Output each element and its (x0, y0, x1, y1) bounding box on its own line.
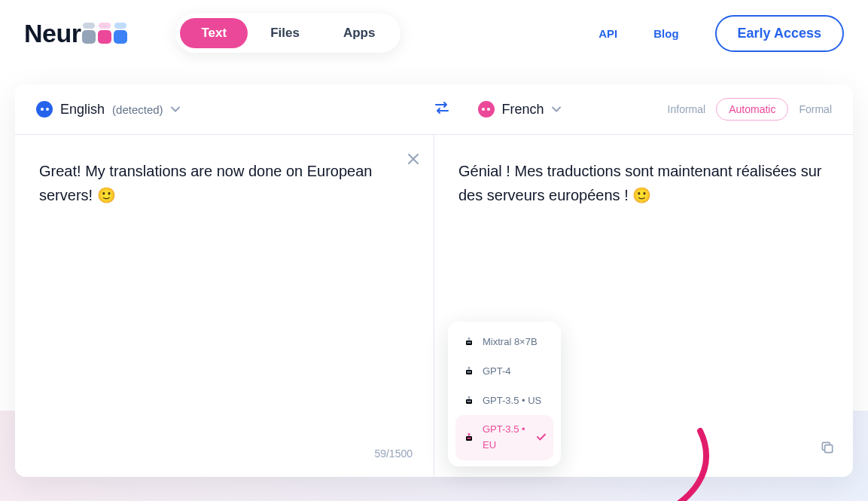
svg-rect-9 (466, 399, 472, 404)
robot-icon (463, 336, 475, 348)
check-icon (537, 431, 546, 445)
svg-point-4 (468, 368, 470, 369)
model-option-gpt35-eu[interactable]: GPT-3.5 • EU (455, 415, 553, 460)
svg-point-0 (468, 338, 470, 340)
formality-automatic[interactable]: Automatic (716, 98, 788, 121)
early-access-button[interactable]: Early Access (715, 15, 844, 52)
translation-card: English (detected) French (15, 84, 853, 477)
swap-languages-button[interactable] (434, 101, 449, 118)
nav-pills: Text Files Apps (175, 14, 400, 53)
target-text-pane: Génial ! Mes traductions sont maintenant… (434, 135, 853, 477)
model-option-gpt4[interactable]: GPT-4 (455, 357, 553, 386)
model-dropdown: Mixtral 8×7B GPT-4 GPT-3.5 • US GPT-3.5 … (448, 322, 561, 466)
source-detected-label: (detected) (112, 103, 163, 116)
tab-files[interactable]: Files (249, 18, 321, 48)
logo-dots-icon (82, 23, 127, 44)
target-language-icon (478, 101, 495, 118)
tab-text[interactable]: Text (180, 18, 248, 48)
svg-rect-1 (466, 341, 472, 345)
model-label: GPT-4 (483, 364, 511, 380)
target-text: Génial ! Mes traductions sont maintenant… (458, 159, 829, 207)
chevron-down-icon (552, 104, 561, 115)
model-option-mixtral[interactable]: Mixtral 8×7B (455, 328, 553, 357)
chevron-down-icon (171, 104, 180, 115)
source-language-name: English (60, 102, 105, 118)
svg-rect-13 (466, 436, 472, 441)
formality-selector: Informal Automatic Formal (668, 98, 832, 121)
model-option-gpt35-us[interactable]: GPT-3.5 • US (455, 386, 553, 416)
model-label: GPT-3.5 • EU (483, 422, 529, 454)
logo-text: Neur (24, 19, 81, 48)
nav-link-api[interactable]: API (598, 27, 617, 40)
logo[interactable]: Neur (24, 19, 127, 48)
card-header: English (detected) French (15, 84, 853, 135)
svg-point-8 (468, 396, 470, 398)
svg-rect-5 (466, 370, 472, 374)
model-label: Mixtral 8×7B (483, 335, 538, 350)
svg-rect-16 (825, 445, 833, 453)
source-text[interactable]: Great! My translations are now done on E… (39, 159, 410, 207)
robot-icon (463, 432, 475, 444)
target-language-selector[interactable]: French (478, 101, 561, 118)
clear-source-button[interactable] (407, 148, 420, 173)
nav-link-blog[interactable]: Blog (653, 27, 678, 40)
robot-icon (463, 395, 475, 407)
model-label: GPT-3.5 • US (483, 393, 541, 409)
formality-formal[interactable]: Formal (799, 103, 832, 115)
formality-informal[interactable]: Informal (668, 103, 706, 115)
svg-point-12 (468, 434, 470, 435)
tab-apps[interactable]: Apps (322, 18, 397, 48)
char-count: 59/1500 (374, 445, 413, 462)
source-text-pane[interactable]: Great! My translations are now done on E… (15, 135, 434, 477)
robot-icon (463, 365, 475, 377)
source-language-icon (36, 101, 53, 118)
source-language-selector[interactable]: English (detected) (36, 101, 434, 118)
copy-button[interactable] (820, 438, 835, 462)
target-language-name: French (502, 102, 544, 118)
